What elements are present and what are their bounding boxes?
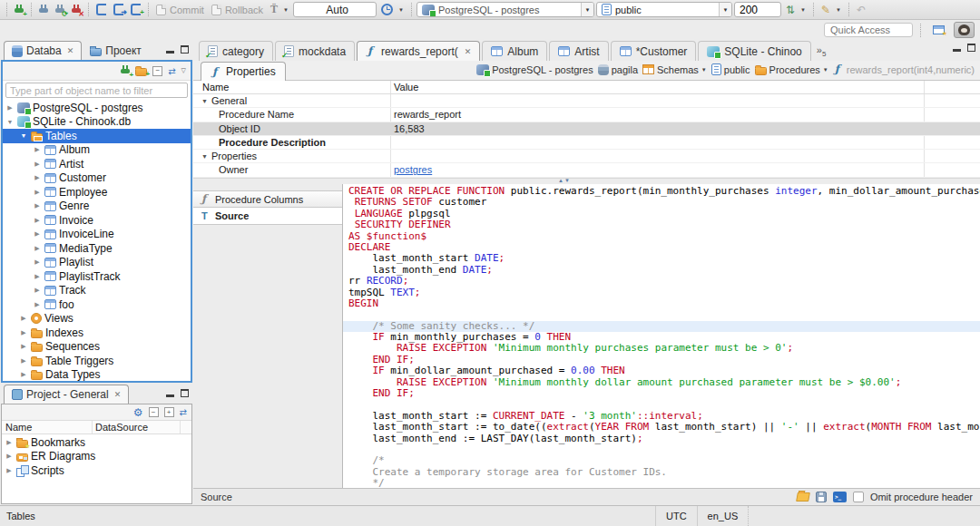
new-connection-icon[interactable]: + <box>121 65 130 76</box>
tree-item-table-triggers[interactable]: ▶Table Triggers <box>3 354 191 368</box>
tree-item-track[interactable]: ▶Track <box>3 284 191 298</box>
refresh-button[interactable]: ⇅▼ <box>783 4 808 16</box>
save-to-file-icon[interactable] <box>816 492 827 502</box>
breadcrumb-item-public[interactable]: public <box>711 63 750 75</box>
prop-row-properties[interactable]: ▼Properties <box>193 150 980 163</box>
expand-all-icon[interactable]: + <box>164 407 174 417</box>
sash-handle-icon[interactable]: ▲▼ <box>558 178 571 183</box>
tree-item-mediatype[interactable]: ▶MediaType <box>3 241 191 256</box>
tree-item-postgresql-postgres[interactable]: ▶PostgreSQL - postgres <box>3 101 191 115</box>
load-from-file-icon[interactable] <box>796 492 810 502</box>
collapse-all-icon[interactable]: − <box>152 66 162 76</box>
tree-item-genre[interactable]: ▶Genre <box>3 200 191 214</box>
expand-arrow-icon[interactable]: ▶ <box>33 146 42 153</box>
schema-select[interactable]: public▼ <box>596 2 732 17</box>
tree-item-data-types[interactable]: ▶Data Types <box>3 368 191 383</box>
locale-indicator[interactable]: en_US <box>697 506 750 526</box>
expand-arrow-icon[interactable]: ▶ <box>33 258 42 266</box>
tab-customer[interactable]: *Customer <box>611 41 697 61</box>
tx-history-button[interactable]: ▼ <box>378 3 407 16</box>
view-menu-icon[interactable]: ▽ <box>181 67 186 74</box>
expand-arrow-icon[interactable]: ▶ <box>5 453 14 460</box>
close-icon[interactable]: ✕ <box>114 390 122 399</box>
chevron-down-icon[interactable]: ▼ <box>701 67 707 73</box>
breadcrumb-item-postgresql-postgres[interactable]: PostgreSQL - postgres <box>476 64 593 75</box>
maximize-icon[interactable] <box>181 389 189 397</box>
column-name[interactable]: Name <box>5 422 32 433</box>
expand-arrow-icon[interactable]: ▶ <box>33 161 42 168</box>
disconnect-button[interactable]: ✕ <box>69 4 83 16</box>
link-with-editor-icon[interactable]: ⇄ <box>180 407 187 417</box>
tree-item-artist[interactable]: ▶Artist <box>3 157 191 171</box>
expand-arrow-icon[interactable]: ▼ <box>201 98 208 104</box>
project-item-scripts[interactable]: ▶Scripts <box>2 463 191 478</box>
tab-artist[interactable]: Artist <box>549 41 608 61</box>
tree-item-invoice[interactable]: ▶Invoice <box>3 213 191 228</box>
tab-category[interactable]: category <box>199 41 273 61</box>
expand-arrow-icon[interactable]: ▶ <box>33 217 42 224</box>
tab-procedure-columns[interactable]: Procedure Columns <box>193 190 342 208</box>
expand-arrow-icon[interactable]: ▶ <box>33 301 42 308</box>
chevron-down-icon[interactable]: ▼ <box>823 67 828 73</box>
expand-arrow-icon[interactable]: ▶ <box>33 174 42 181</box>
breadcrumb-item-rewards-report-int4-numeric[interactable]: rewards_report(int4,numeric) <box>833 63 975 75</box>
expand-arrow-icon[interactable]: ▶ <box>33 202 42 209</box>
expand-arrow-icon[interactable]: ▶ <box>5 467 14 474</box>
owner-link[interactable]: postgres <box>394 164 432 175</box>
open-in-sql-console-icon[interactable] <box>833 492 847 502</box>
tab-projects[interactable]: Проект <box>82 41 150 60</box>
expand-arrow-icon[interactable]: ▶ <box>33 245 42 252</box>
minimize-icon[interactable] <box>166 51 174 54</box>
expand-arrow-icon[interactable]: ▶ <box>5 439 14 446</box>
tree-item-sqlite-chinook-db[interactable]: ▼SQLite - Chinook.db <box>3 115 191 130</box>
fetch-size-input[interactable] <box>734 2 781 17</box>
reconnect-button[interactable]: ⟳ <box>53 4 67 16</box>
prop-row-procedure-description[interactable]: Procedure Description <box>193 136 980 150</box>
new-folder-icon[interactable]: + <box>135 68 147 76</box>
expand-arrow-icon[interactable]: ▶ <box>33 287 42 294</box>
sql-editor-button[interactable] <box>93 3 109 16</box>
tab-rewards-report[interactable]: rewards_report(✕ <box>357 41 480 61</box>
minimize-icon[interactable] <box>166 394 174 397</box>
tree-item-tables[interactable]: ▼Tables <box>3 129 191 143</box>
expand-arrow-icon[interactable]: ▶ <box>33 230 42 238</box>
tab-database-navigator[interactable]: Databa✕ <box>4 41 82 60</box>
timezone-indicator[interactable]: UTC <box>655 506 697 526</box>
close-icon[interactable]: ✕ <box>465 47 472 56</box>
tab-album[interactable]: Album <box>482 41 547 61</box>
expand-arrow-icon[interactable]: ▶ <box>19 371 28 378</box>
tree-item-customer[interactable]: ▶Customer <box>3 171 191 186</box>
dbeaver-perspective-button[interactable] <box>954 22 975 38</box>
new-connection-button[interactable]: + <box>12 4 26 16</box>
tree-item-foo[interactable]: ▶foo <box>3 297 191 312</box>
collapse-all-icon[interactable]: − <box>149 407 159 417</box>
tab-overflow-indicator[interactable]: »5 <box>817 44 827 58</box>
prop-row-general[interactable]: ▼General <box>193 94 980 108</box>
expand-arrow-icon[interactable]: ▼ <box>19 132 28 139</box>
source-code-editor[interactable]: CREATE OR REPLACE FUNCTION public.reward… <box>343 184 980 488</box>
quick-access-input[interactable] <box>824 23 913 37</box>
expand-arrow-icon[interactable]: ▶ <box>33 189 42 196</box>
breadcrumb-item-schemas[interactable]: Schemas▼ <box>642 64 707 75</box>
expand-arrow-icon[interactable]: ▼ <box>5 119 15 125</box>
expand-arrow-icon[interactable]: ▶ <box>19 357 28 365</box>
tree-item-sequences[interactable]: ▶Sequences <box>3 340 191 355</box>
tab-project-general[interactable]: Project - General✕ <box>4 385 129 404</box>
tree-item-views[interactable]: ▶Views <box>3 312 191 326</box>
tx-mode-select[interactable]: Auto <box>293 2 377 17</box>
expand-arrow-icon[interactable]: ▶ <box>33 273 42 280</box>
breadcrumb-item-pagila[interactable]: pagila <box>598 64 638 75</box>
project-item-bookmarks[interactable]: ▶Bookmarks <box>2 435 191 450</box>
splitter-sash[interactable]: ▲▼ <box>193 178 980 184</box>
tab-mockdata[interactable]: mockdata <box>275 41 355 61</box>
edit-button[interactable]: ✎▼ <box>818 4 844 16</box>
tab-source[interactable]: Source <box>193 208 342 225</box>
project-item-er-diagrams[interactable]: ▶ER Diagrams <box>2 450 191 464</box>
transaction-log-button[interactable]: T̈▼ <box>268 2 291 17</box>
column-name[interactable]: Name <box>202 82 229 93</box>
prop-row-owner[interactable]: Ownerpostgres <box>193 163 980 177</box>
tab-sqlite-chinoo[interactable]: SQLite - Chinoo <box>698 41 810 61</box>
commit-button[interactable]: Commit <box>153 4 207 16</box>
expand-arrow-icon[interactable]: ▶ <box>19 329 28 336</box>
minimize-icon[interactable] <box>953 49 961 52</box>
